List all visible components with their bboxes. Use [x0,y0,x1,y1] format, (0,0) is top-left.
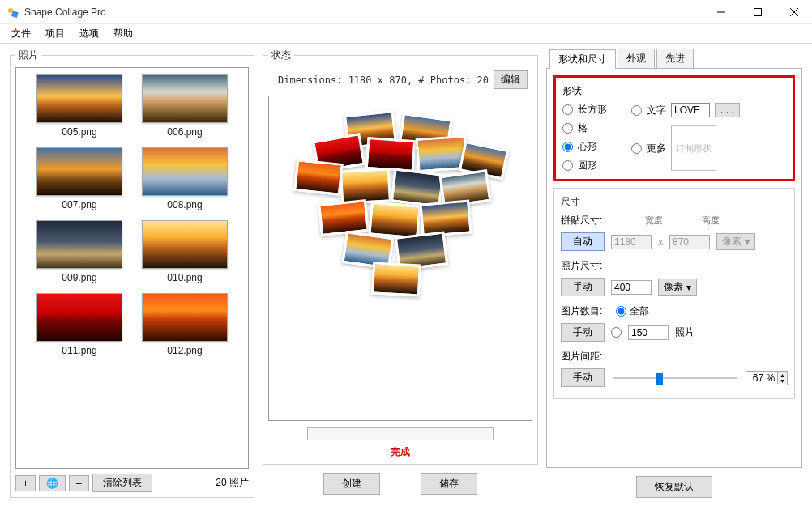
photo-count: 20 照片 [216,476,249,490]
shape-text-option[interactable]: 文字 [631,104,666,117]
count-all-option[interactable]: 全部 [616,304,649,318]
save-button[interactable]: 储存 [421,473,477,495]
remove-photo-button[interactable]: – [69,475,89,491]
spacing-slider[interactable] [613,372,737,385]
thumb-caption: 012.png [167,345,202,356]
create-button[interactable]: 创建 [323,473,380,495]
photo-thumb[interactable]: 005.png [35,74,124,138]
chevron-down-icon: ▾ [686,282,691,293]
count-num-option[interactable] [611,327,622,338]
collage-size-label: 拼贴尺寸: [561,214,609,227]
shape-legend: 形状 [562,84,786,98]
svg-rect-3 [754,8,761,15]
shape-heart-option[interactable]: 心形 [562,140,607,154]
photos-panel: 照片 005.png 006.png 007.png 008.png 009.p… [10,49,254,498]
photo-size-label: 照片尺寸: [561,259,609,273]
shape-text-input[interactable] [671,103,710,117]
menu-options[interactable]: 选项 [73,25,105,42]
shape-circle-option[interactable]: 圆形 [562,159,607,172]
content-area: 照片 005.png 006.png 007.png 008.png 009.p… [0,44,812,506]
maximize-icon [754,8,762,16]
spacing-manual-button[interactable]: 手动 [561,368,605,387]
x-sep: x [658,236,663,248]
status-done: 完成 [391,445,410,459]
spin-up-icon[interactable]: ▲ [777,372,787,378]
height-label: 高度 [702,215,720,227]
photo-size-input[interactable] [611,280,652,295]
shape-rect-option[interactable]: 长方形 [562,103,607,117]
add-photo-button[interactable]: + [15,475,36,491]
photo-thumb[interactable]: 008.png [140,147,229,210]
shape-rect-radio[interactable] [562,104,573,115]
thumb-caption: 008.png [167,199,202,210]
shape-text-more-button[interactable]: . . . [715,103,740,117]
collage-height-input [669,235,710,249]
shape-more-option[interactable]: 更多 [631,142,666,155]
photo-thumb[interactable]: 012.png [140,293,229,356]
maximize-button[interactable] [739,0,776,24]
minimize-icon [717,8,725,16]
options-tab-body: 形状 长方形 格 心形 圆形 文字 . . . [546,68,802,468]
spacing-label: 图片间距: [561,350,609,364]
size-group: 尺寸 拼贴尺寸: 宽度 高度 自动 x 像素▾ 照片尺寸: 手动 [553,188,795,399]
edit-button[interactable]: 编辑 [494,70,528,89]
size-legend: 尺寸 [561,195,788,209]
options-tabs: 形状和尺寸 外观 先进 [546,49,802,68]
shape-circle-radio[interactable] [562,160,573,171]
photo-thumb[interactable]: 006.png [140,74,229,138]
thumb-caption: 011.png [62,345,96,356]
thumb-image [142,220,228,269]
clear-list-button[interactable]: 清除列表 [92,474,152,492]
thumb-image [142,293,228,342]
spacing-spin[interactable]: ▲▼ [746,371,788,385]
tab-appearance[interactable]: 外观 [618,49,655,68]
shape-group: 形状 长方形 格 心形 圆形 文字 . . . [553,75,795,181]
spin-down-icon[interactable]: ▼ [777,378,787,384]
options-column: 形状和尺寸 外观 先进 形状 长方形 格 心形 圆形 文字 [546,49,802,498]
photos-legend: 照片 [15,49,41,62]
photo-count-manual-button[interactable]: 手动 [561,323,605,342]
photo-count-input[interactable] [628,325,669,340]
menu-project[interactable]: 项目 [39,25,71,42]
count-all-radio[interactable] [616,306,626,317]
spacing-value-input[interactable] [746,372,777,385]
thumb-image [36,74,122,123]
width-label: 宽度 [645,215,663,227]
close-button[interactable] [776,0,812,24]
thumb-caption: 007.png [62,199,96,210]
tab-advanced[interactable]: 先进 [656,49,694,68]
minimize-button[interactable] [703,0,739,24]
restore-defaults-button[interactable]: 恢复默认 [636,476,712,498]
status-panel: 状态 Dimensions: 1180 x 870, # Photos: 20 … [263,49,538,465]
main-actions: 创建 储存 [263,465,538,498]
menu-help[interactable]: 帮助 [107,25,139,42]
collage-size-auto-button[interactable]: 自动 [561,232,605,251]
shape-text-radio[interactable] [631,105,642,116]
photos-list[interactable]: 005.png 006.png 007.png 008.png 009.png … [15,67,249,469]
photo-thumb[interactable]: 007.png [35,147,124,210]
chevron-down-icon: ▾ [745,236,750,248]
menu-file[interactable]: 文件 [5,25,37,42]
thumb-image [142,147,228,196]
photo-thumb[interactable]: 010.png [140,220,229,283]
custom-shape-preview[interactable]: 订制形状 [671,125,716,171]
close-icon [790,8,798,16]
menubar: 文件 项目 选项 帮助 [0,24,812,44]
thumb-caption: 009.png [62,272,96,283]
app-icon [6,6,19,19]
photo-size-manual-button[interactable]: 手动 [561,278,605,296]
shape-heart-radio[interactable] [562,142,573,152]
shape-grid-option[interactable]: 格 [562,121,607,135]
photo-unit-select[interactable]: 像素▾ [658,279,697,296]
web-photo-button[interactable]: 🌐 [39,475,66,491]
svg-point-0 [8,8,13,13]
shape-more-radio[interactable] [631,143,642,154]
count-num-radio[interactable] [611,327,622,338]
photo-count-label: 图片数目: [561,304,609,318]
photos-footer: + 🌐 – 清除列表 20 照片 [15,469,249,492]
photo-thumb[interactable]: 009.png [35,220,124,283]
photo-thumb[interactable]: 011.png [35,293,124,356]
dimensions-text: Dimensions: 1180 x 870, # Photos: 20 [273,74,494,86]
shape-grid-radio[interactable] [562,123,573,134]
tab-shape-size[interactable]: 形状和尺寸 [549,49,616,69]
